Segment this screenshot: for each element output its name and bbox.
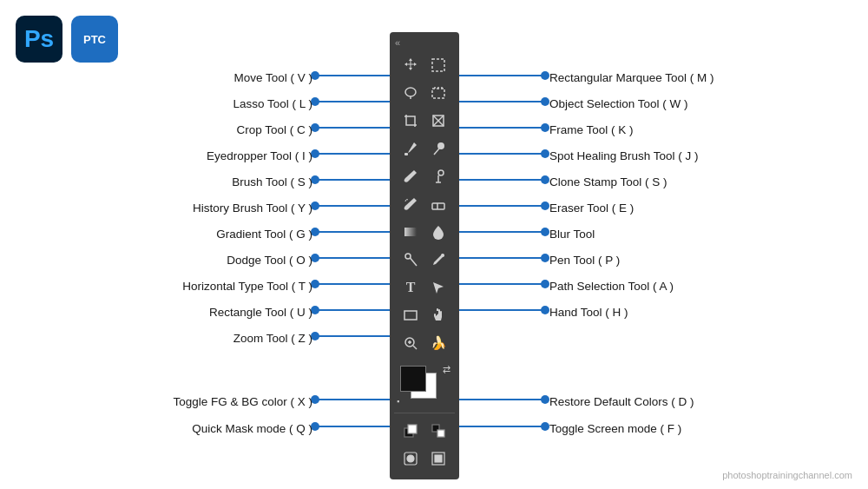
toggle-fg-bg-label: Toggle FG & BG color ( X )	[0, 395, 312, 408]
toggle-screen-icon[interactable]	[425, 446, 451, 471]
collapse-icon[interactable]: «	[390, 37, 400, 48]
tool-row-2	[390, 107, 459, 135]
swap-colors-icon[interactable]: ⇄	[443, 364, 450, 375]
history-brush-label: History Brush Tool ( Y )	[0, 202, 312, 215]
svg-point-29	[541, 202, 549, 210]
svg-rect-84	[408, 425, 417, 433]
svg-point-49	[541, 306, 549, 314]
marquee-tool-icon[interactable]	[425, 53, 451, 77]
eyedropper-tool-label: Eyedropper Tool ( I )	[0, 149, 312, 162]
svg-rect-62	[432, 59, 444, 71]
restore-default-icon[interactable]	[425, 419, 451, 443]
move-tool-icon[interactable]	[398, 53, 424, 77]
rectangle-tool-label: Rectangle Tool ( U )	[0, 306, 312, 319]
path-selection-icon[interactable]	[425, 275, 451, 300]
svg-point-24	[541, 175, 549, 184]
svg-rect-90	[435, 455, 442, 462]
ptc-label: PTC	[83, 33, 106, 46]
svg-point-9	[541, 97, 549, 106]
eyedropper-tool-icon[interactable]	[398, 136, 424, 161]
svg-rect-74	[404, 228, 417, 236]
ps-label: Ps	[24, 25, 54, 53]
toggle-fg-bg-icon[interactable]	[398, 419, 424, 443]
rectangle-tool-icon[interactable]	[398, 303, 424, 327]
tool-row-7	[390, 246, 459, 274]
dodge-tool-icon[interactable]	[398, 248, 424, 272]
brush-tool-label: Brush Tool ( S )	[0, 175, 312, 188]
brush-tool-icon[interactable]	[398, 164, 424, 188]
type-tool-icon[interactable]: T	[398, 275, 424, 300]
svg-point-88	[407, 455, 414, 462]
blur-tool-label: Blur Tool	[549, 228, 595, 241]
svg-point-39	[541, 254, 549, 262]
frame-tool-icon[interactable]	[425, 109, 451, 133]
svg-point-63	[405, 88, 416, 96]
tool-row-6	[390, 218, 459, 246]
ptc-logo: PTC	[71, 16, 118, 63]
pen-tool-label: Pen Tool ( P )	[549, 254, 620, 267]
move-tool-label: Move Tool ( V )	[0, 71, 312, 84]
spot-healing-label: Spot Healing Brush Tool ( J )	[549, 149, 699, 162]
gradient-tool-label: Gradient Tool ( G )	[0, 228, 312, 241]
quick-mask-icon[interactable]	[398, 446, 424, 471]
svg-point-34	[541, 228, 549, 236]
svg-point-4	[541, 71, 549, 80]
clone-stamp-icon[interactable]	[425, 164, 451, 188]
lasso-tool-icon[interactable]	[398, 81, 424, 105]
gradient-tool-icon[interactable]	[398, 220, 424, 244]
svg-point-75	[405, 254, 411, 259]
svg-rect-65	[432, 89, 444, 98]
object-selection-icon[interactable]	[425, 81, 451, 105]
logos-container: Ps PTC	[16, 16, 118, 63]
tool-row-10: 🍌	[390, 329, 459, 357]
foreground-color-swatch[interactable]	[400, 366, 426, 392]
default-colors-mini: ▪	[397, 397, 399, 406]
svg-rect-72	[432, 203, 444, 209]
eraser-tool-label: Eraser Tool ( E )	[549, 202, 634, 215]
tool-row-5	[390, 190, 459, 218]
object-selection-label: Object Selection Tool ( W )	[549, 97, 688, 110]
history-brush-icon[interactable]	[398, 192, 424, 216]
svg-point-77	[441, 254, 444, 257]
svg-point-61	[541, 422, 549, 431]
svg-line-76	[411, 258, 418, 266]
svg-point-71	[438, 170, 444, 175]
restore-default-label: Restore Default Colors ( D )	[549, 395, 694, 408]
lasso-tool-label: Lasso Tool ( L )	[0, 97, 312, 110]
crop-tool-icon[interactable]	[398, 109, 424, 133]
footer-text: photoshoptrainingchannel.com	[722, 470, 852, 480]
tool-row-8: T	[390, 274, 459, 301]
color-swatch-area: ⇄ ▪	[395, 364, 454, 406]
divider-1	[394, 413, 455, 413]
path-selection-label: Path Selection Tool ( A )	[549, 280, 674, 293]
zoom-tool-label: Zoom Tool ( Z )	[0, 332, 312, 345]
type-tool-label: Horizontal Type Tool ( T )	[0, 280, 312, 293]
tool-row-bottom-1	[390, 417, 459, 445]
hand-tool-icon[interactable]	[425, 303, 451, 327]
rect-marquee-label: Rectangular Marquee Tool ( M )	[549, 71, 714, 84]
svg-rect-78	[404, 311, 417, 320]
banana-icon: 🍌	[425, 331, 451, 355]
clone-stamp-label: Clone Stamp Tool ( S )	[549, 175, 667, 188]
photoshop-logo: Ps	[16, 16, 62, 63]
spot-healing-icon[interactable]	[425, 136, 451, 161]
tool-row-9	[390, 301, 459, 329]
zoom-tool-icon[interactable]	[398, 331, 424, 355]
svg-line-80	[413, 346, 417, 349]
tool-row-bottom-2	[390, 445, 459, 472]
svg-rect-86	[437, 430, 444, 437]
crop-tool-label: Crop Tool ( C )	[0, 123, 312, 136]
toolbar-panel: «	[390, 32, 459, 479]
svg-point-14	[541, 123, 549, 132]
quick-mask-label: Quick Mask mode ( Q )	[0, 422, 312, 435]
frame-tool-label: Frame Tool ( K )	[549, 123, 634, 136]
blur-tool-icon[interactable]	[425, 220, 451, 244]
pen-tool-icon[interactable]	[425, 248, 451, 272]
eraser-tool-icon[interactable]	[425, 192, 451, 216]
tool-row-1	[390, 79, 459, 107]
tool-row-4	[390, 162, 459, 190]
tool-row-3	[390, 135, 459, 162]
svg-point-44	[541, 280, 549, 288]
svg-point-56	[541, 395, 549, 404]
tool-row-0	[390, 51, 459, 79]
